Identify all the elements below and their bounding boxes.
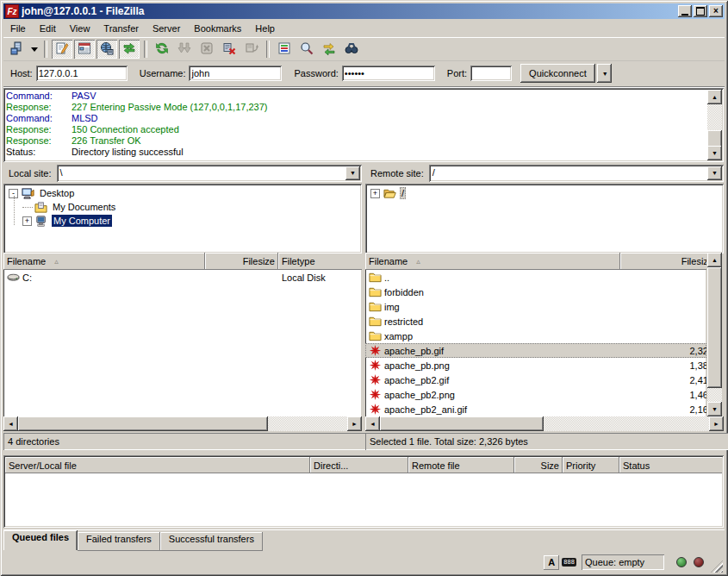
- toggle-transfer-queue-button[interactable]: [119, 40, 140, 59]
- menu-item-file[interactable]: File: [3, 22, 33, 35]
- file-name-cell: apache_pb2.png: [365, 387, 620, 402]
- scroll-right-icon[interactable]: ►: [709, 416, 724, 431]
- host-input[interactable]: [36, 66, 128, 81]
- remote-file-row[interactable]: apache_pb2.png1,463: [365, 387, 706, 402]
- username-label: Username:: [140, 68, 186, 78]
- find-files-button[interactable]: [341, 40, 362, 59]
- column-header-filename[interactable]: Filename▵: [3, 253, 205, 270]
- site-manager-button[interactable]: [6, 40, 27, 59]
- toggle-message-log-button[interactable]: [52, 40, 72, 59]
- local-horizontal-scrollbar[interactable]: ◄ ►: [3, 416, 362, 431]
- resize-grip-icon[interactable]: [711, 560, 723, 573]
- chevron-down-icon[interactable]: ▼: [707, 166, 722, 180]
- cancel-icon: [200, 41, 214, 57]
- tab-failed-transfers[interactable]: Failed transfers: [78, 532, 160, 551]
- column-header-remote-file[interactable]: Remote file: [408, 457, 514, 473]
- directory-comparison-button[interactable]: [296, 40, 317, 59]
- column-header-filename[interactable]: Filename▵: [365, 253, 620, 270]
- close-button[interactable]: ×: [709, 5, 723, 17]
- remote-file-row[interactable]: apache_pb2_ani.gif2,160: [365, 402, 706, 416]
- transfer-type-icon[interactable]: A: [544, 555, 559, 570]
- password-input[interactable]: [342, 66, 435, 81]
- column-header-filesize[interactable]: Filesize: [620, 253, 706, 270]
- expand-icon[interactable]: +: [370, 189, 380, 198]
- synchronized-browsing-icon: [322, 41, 336, 57]
- scrollbar-thumb[interactable]: [18, 416, 268, 431]
- scroll-down-icon[interactable]: ▼: [707, 402, 722, 416]
- remote-file-row[interactable]: apache_pb.png1,385: [365, 358, 706, 373]
- scroll-left-icon[interactable]: ◄: [365, 416, 380, 431]
- maximize-button[interactable]: [694, 5, 707, 17]
- menu-item-edit[interactable]: Edit: [33, 22, 63, 35]
- scroll-left-icon[interactable]: ◄: [3, 416, 18, 431]
- remote-file-row[interactable]: forbidden: [365, 285, 706, 299]
- remote-file-row[interactable]: ..: [365, 270, 706, 285]
- file-size-text: 2,160: [689, 404, 706, 415]
- scrollbar-thumb[interactable]: [380, 416, 544, 431]
- remote-tree-item[interactable]: +/: [365, 186, 724, 200]
- remote-vertical-scrollbar[interactable]: ▲ ▼: [707, 253, 722, 416]
- minimize-button[interactable]: [678, 5, 692, 17]
- remote-horizontal-scrollbar[interactable]: ◄ ►: [365, 416, 724, 431]
- column-header-server-local-file[interactable]: Server/Local file: [5, 457, 310, 473]
- menu-item-transfer[interactable]: Transfer: [96, 22, 146, 35]
- scroll-up-icon[interactable]: ▲: [707, 90, 722, 104]
- remote-file-row[interactable]: img: [365, 299, 706, 314]
- quickconnect-button[interactable]: Quickconnect: [520, 64, 595, 83]
- local-tree: -DesktopMy Documents+My Computer: [3, 184, 362, 254]
- expand-icon[interactable]: +: [22, 216, 32, 226]
- speed-limit-icon[interactable]: 888: [562, 558, 576, 567]
- file-name-cell: ..: [365, 270, 620, 285]
- remote-file-row[interactable]: apache_pb2.gif2,414: [365, 373, 706, 387]
- message-log-scrollbar[interactable]: ▲ ▼: [707, 90, 722, 160]
- desktop-icon: [22, 187, 34, 200]
- chevron-down-icon[interactable]: ▼: [345, 166, 360, 180]
- menu-item-help[interactable]: Help: [248, 22, 282, 35]
- remote-file-row[interactable]: apache_pb.gif2,326: [365, 343, 706, 358]
- column-header-filetype[interactable]: Filetype: [278, 253, 362, 270]
- toggle-local-tree-button[interactable]: [74, 40, 95, 59]
- scroll-down-icon[interactable]: ▼: [707, 146, 722, 160]
- remote-status-text: Selected 1 file. Total size: 2,326 bytes: [370, 436, 528, 447]
- quickconnect-dropdown-button[interactable]: ▼: [597, 64, 612, 83]
- menu-item-server[interactable]: Server: [146, 22, 187, 35]
- menu-item-bookmarks[interactable]: Bookmarks: [187, 22, 248, 35]
- local-file-row[interactable]: C:Local Disk: [3, 270, 362, 285]
- scrollbar-thumb[interactable]: [707, 130, 722, 147]
- column-header-status[interactable]: Status: [619, 457, 722, 473]
- tab-successful-transfers[interactable]: Successful transfers: [160, 532, 263, 551]
- column-header-priority[interactable]: Priority: [563, 457, 619, 473]
- file-size-cell: 2,326: [620, 343, 706, 358]
- menu-item-view[interactable]: View: [63, 22, 97, 35]
- local-tree-item[interactable]: +My Computer: [3, 214, 362, 228]
- image-file-icon: [369, 344, 382, 357]
- synchronized-browsing-button[interactable]: [319, 40, 339, 59]
- refresh-button[interactable]: [152, 40, 172, 59]
- log-line-text: 226 Transfer OK: [72, 135, 141, 146]
- disconnect-button[interactable]: [219, 40, 240, 59]
- log-line-text: PASV: [72, 91, 96, 101]
- toggle-remote-tree-button[interactable]: [96, 40, 117, 59]
- filter-button[interactable]: [274, 40, 295, 59]
- scrollbar-thumb[interactable]: [707, 267, 722, 388]
- local-tree-item[interactable]: -Desktop: [3, 186, 362, 200]
- site-manager-dropdown-button[interactable]: [28, 40, 40, 59]
- column-header-directi-[interactable]: Directi...: [310, 457, 408, 473]
- port-input[interactable]: [470, 66, 512, 81]
- scroll-up-icon[interactable]: ▲: [707, 253, 722, 267]
- username-input[interactable]: [189, 66, 282, 81]
- tab-queued-files[interactable]: Queued files: [3, 530, 78, 550]
- column-header-label: Priority: [566, 460, 595, 471]
- column-header-size[interactable]: Size: [514, 457, 563, 473]
- local-tree-item[interactable]: My Documents: [3, 200, 362, 214]
- remote-file-row[interactable]: restricted: [365, 314, 706, 329]
- remote-file-row[interactable]: xampp: [365, 329, 706, 343]
- image-file-icon: [369, 388, 382, 401]
- local-site-combo[interactable]: \ ▼: [57, 165, 362, 182]
- local-list-header: Filename▵FilesizeFiletypeL: [3, 253, 362, 270]
- file-size-text: 1,385: [689, 360, 706, 371]
- log-line: Response:150 Connection accepted: [6, 124, 706, 135]
- remote-site-combo[interactable]: / ▼: [429, 165, 724, 182]
- column-header-filesize[interactable]: Filesize: [205, 253, 278, 270]
- scroll-right-icon[interactable]: ►: [347, 416, 362, 431]
